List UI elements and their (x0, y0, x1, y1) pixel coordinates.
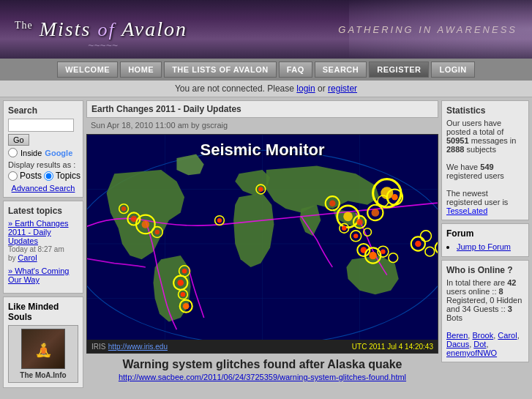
nav-home[interactable]: Home (120, 61, 162, 78)
nav-lists[interactable]: The Lists of Avalon (164, 61, 277, 78)
newest-user-link[interactable]: TesseLated (446, 206, 487, 215)
user-link-dacus[interactable]: Dacus (446, 340, 469, 348)
svg-point-17 (329, 200, 336, 206)
google-label: Google (45, 149, 72, 157)
svg-point-47 (369, 252, 377, 260)
topic-author-1[interactable]: Carol (18, 253, 37, 262)
svg-point-15 (155, 230, 160, 234)
latest-topics-box: Latest topics » Earth Changes 2011 - Dai… (3, 201, 83, 294)
statistics-title: Statistics (446, 105, 524, 116)
subjects-label: subjects (467, 145, 496, 154)
of-text: of (97, 19, 115, 40)
online-box: Who is Online ? In total there are 42 us… (441, 260, 529, 362)
site-title: The Mists of Avalon (15, 18, 187, 41)
topics-label: Topics (56, 171, 80, 181)
mists-text: Mists (40, 18, 98, 40)
nav-login[interactable]: Login (431, 61, 474, 78)
nav-faq[interactable]: FAQ (279, 61, 312, 78)
svg-point-25 (342, 226, 346, 231)
subjects-count: 2888 (446, 145, 464, 154)
center-content: Earth Changes 2011 - Daily Updates Sun A… (86, 100, 438, 388)
nav-welcome[interactable]: Welcome (57, 61, 118, 78)
svg-point-21 (356, 219, 363, 225)
seismic-container: Seismic Monitor (86, 134, 438, 354)
latest-topics-title: Latest topics (8, 206, 78, 216)
svg-point-11 (142, 220, 150, 228)
online-registered: 8 (499, 287, 503, 296)
or-text: or (318, 83, 328, 94)
register-link[interactable]: register (328, 83, 357, 94)
decorative-scroll: ~~~~~ (88, 40, 118, 51)
user-link-brook[interactable]: Brook (472, 331, 493, 340)
seismic-map-svg: 60°N 40°N 20°N 0° 20°S 40°S (87, 135, 438, 353)
header-title-group: The Mists of Avalon (15, 18, 187, 41)
login-link[interactable]: login (296, 83, 315, 94)
advanced-search-link[interactable]: Advanced Search (8, 184, 78, 193)
posts-label: Posts (20, 171, 42, 181)
moa-figure-icon: 🧘 (34, 340, 53, 358)
left-sidebar: Search Go Inside Google Display results … (3, 100, 83, 388)
iris-link[interactable]: http://www.iris.edu (108, 343, 168, 351)
iris-info: IRIS http://www.iris.edu (91, 341, 168, 351)
article-title: Warning system glitches found after Alas… (86, 358, 438, 371)
svg-point-39 (181, 292, 185, 297)
svg-point-32 (391, 194, 398, 201)
search-box: Search Go Inside Google Display results … (3, 100, 83, 198)
stats-text: Our users have posted a total of (446, 119, 503, 136)
not-connected-text: You are not connected. Please (175, 83, 296, 94)
online-text: In total there are (446, 278, 507, 287)
user-link-dot[interactable]: Dot (473, 340, 486, 348)
search-title: Search (8, 105, 78, 116)
online-users-label: users online :: (446, 287, 499, 296)
topics-radio[interactable] (44, 171, 53, 181)
svg-point-37 (177, 280, 184, 286)
search-type-group: Inside Google (8, 148, 78, 157)
svg-point-58 (258, 187, 263, 191)
jump-to-forum-link[interactable]: Jump to Forum (457, 242, 511, 251)
messages-label: messages in (471, 136, 517, 145)
go-button[interactable]: Go (8, 134, 29, 146)
avalon-text: Avalon (121, 18, 187, 40)
newest-label: The newest registered user is (446, 189, 508, 206)
post-forum-path: Earth Changes 2011 - Daily Updates (86, 100, 438, 118)
utc-time: UTC 2011 Jul 4 14:20:43 (352, 343, 433, 351)
topic-by-1: by Carol (8, 253, 78, 262)
statistics-box: Statistics Our users have posted a total… (441, 100, 529, 220)
nav-search[interactable]: Search (315, 61, 367, 78)
registered-label: registered users (446, 171, 504, 180)
inside-radio[interactable] (8, 148, 18, 157)
forum-box: Forum Jump to Forum (441, 223, 529, 257)
search-input[interactable] (8, 119, 74, 132)
topic-item-1: » Earth Changes 2011 - Daily Updates Tod… (8, 219, 78, 262)
topic-link-1[interactable]: » Earth Changes 2011 - Daily Updates (8, 219, 69, 245)
seismic-title: Seismic Monitor (87, 141, 438, 160)
post-date-meta: Sun Apr 18, 2010 11:00 am by gscraig (86, 119, 438, 131)
svg-point-52 (415, 241, 422, 247)
svg-point-13 (121, 206, 126, 211)
user-link-enemyofnwo[interactable]: enemyofNWO (446, 348, 497, 357)
moa-label: The MoA.Info (12, 371, 75, 379)
posts-radio[interactable] (8, 171, 18, 181)
online-title: Who is Online ? (446, 265, 524, 275)
topic-item-2: » What's Coming Our Way (8, 266, 78, 284)
stats-total-posts: 50951 (446, 136, 469, 145)
user-link-beren[interactable]: Beren (446, 331, 468, 340)
registered-count: 549 (480, 163, 493, 171)
the-text: The (15, 20, 33, 31)
article-url-link[interactable]: http://www.sacbee.com/2011/06/24/3725359… (86, 373, 438, 381)
like-minded-title: Like Minded Souls (8, 302, 78, 322)
topic-link-2[interactable]: » What's Coming Our Way (8, 266, 69, 284)
online-total: 42 (507, 278, 516, 287)
display-label: Display results as : (8, 160, 78, 169)
right-sidebar: Statistics Our users have posted a total… (441, 100, 529, 388)
site-header: The Mists of Avalon Gathering in Awarene… (0, 0, 532, 59)
nav-register[interactable]: Register (369, 61, 429, 78)
svg-point-27 (353, 234, 358, 238)
inside-label: Inside (20, 149, 42, 157)
like-minded-box: Like Minded Souls 🧘 The MoA.Info (3, 297, 83, 388)
online-bots-label: Bots (446, 313, 462, 322)
user-link-carol[interactable]: Carol (498, 331, 517, 340)
svg-point-41 (183, 303, 190, 310)
registered-text: We have (446, 163, 480, 171)
topic-meta-1: Today at 8:27 am (8, 245, 78, 253)
